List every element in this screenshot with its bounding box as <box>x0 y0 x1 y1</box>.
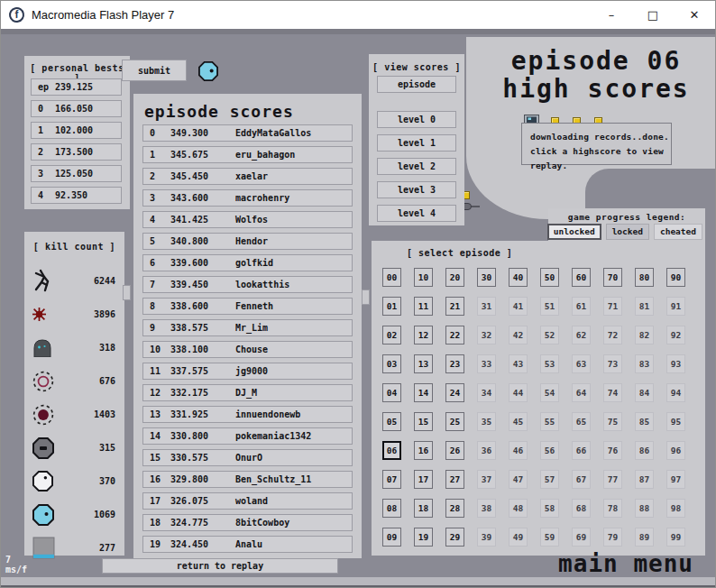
highscore-row[interactable]: 2345.450xaelar <box>142 168 353 185</box>
episode-cell-62[interactable]: 62 <box>572 326 591 345</box>
episode-cell-43[interactable]: 43 <box>509 354 528 373</box>
episode-cell-02[interactable]: 02 <box>382 326 401 345</box>
episode-cell-23[interactable]: 23 <box>445 354 464 373</box>
episode-cell-94[interactable]: 94 <box>666 383 685 402</box>
episode-cell-12[interactable]: 12 <box>414 326 433 345</box>
episode-cell-67[interactable]: 67 <box>572 470 591 489</box>
highscore-row[interactable]: 3343.600macrohenry <box>142 189 353 207</box>
minimize-button[interactable]: – <box>591 1 632 29</box>
view-scores-button-level-4[interactable]: level 4 <box>377 205 456 222</box>
episode-cell-19[interactable]: 19 <box>414 528 433 547</box>
episode-cell-86[interactable]: 86 <box>635 441 654 460</box>
episode-cell-26[interactable]: 26 <box>445 441 464 460</box>
episode-cell-69[interactable]: 69 <box>572 528 591 547</box>
submit-button[interactable]: submit <box>122 60 187 81</box>
episode-cell-18[interactable]: 18 <box>414 499 433 518</box>
episode-cell-74[interactable]: 74 <box>603 383 622 402</box>
episode-cell-97[interactable]: 97 <box>666 470 685 489</box>
highscore-row[interactable]: 11337.575jg9000 <box>142 363 353 380</box>
highscore-row[interactable]: 14330.800pokemaniac1342 <box>142 427 353 445</box>
episode-cell-42[interactable]: 42 <box>509 326 528 345</box>
episode-cell-84[interactable]: 84 <box>635 383 654 402</box>
episode-cell-25[interactable]: 25 <box>445 412 464 431</box>
episode-cell-39[interactable]: 39 <box>477 528 496 547</box>
episode-cell-55[interactable]: 55 <box>540 412 559 431</box>
view-scores-button-episode[interactable]: episode <box>377 76 456 93</box>
episode-cell-60[interactable]: 60 <box>572 268 591 287</box>
episode-cell-95[interactable]: 95 <box>666 412 685 431</box>
highscore-row[interactable]: 19324.450Analu <box>142 536 353 553</box>
main-menu-button[interactable]: main menu <box>488 550 693 577</box>
episode-cell-45[interactable]: 45 <box>509 412 528 431</box>
return-to-replay-button[interactable]: return to replay <box>102 558 338 574</box>
episode-cell-06[interactable]: 06 <box>382 441 401 460</box>
highscore-row[interactable]: 15330.575OnurO <box>142 449 353 466</box>
episode-cell-92[interactable]: 92 <box>666 326 685 345</box>
close-button[interactable]: ✕ <box>674 1 715 29</box>
episode-cell-13[interactable]: 13 <box>414 354 433 373</box>
episode-cell-93[interactable]: 93 <box>666 354 685 373</box>
highscore-row[interactable]: 18324.7758bitCowboy <box>142 514 353 531</box>
episode-cell-75[interactable]: 75 <box>603 412 622 431</box>
episode-cell-21[interactable]: 21 <box>445 297 464 316</box>
view-scores-button-level-3[interactable]: level 3 <box>377 181 456 198</box>
episode-cell-99[interactable]: 99 <box>666 528 685 547</box>
episode-cell-30[interactable]: 30 <box>477 268 496 287</box>
highscore-row[interactable]: 6339.600golfkid <box>142 254 353 271</box>
episode-cell-66[interactable]: 66 <box>572 441 591 460</box>
episode-cell-22[interactable]: 22 <box>445 326 464 345</box>
highscore-row[interactable]: 17326.075woland <box>142 492 353 510</box>
highscore-row[interactable]: 4341.425Wolfos <box>142 211 353 228</box>
episode-cell-28[interactable]: 28 <box>445 499 464 518</box>
episode-cell-08[interactable]: 08 <box>382 499 401 518</box>
episode-cell-16[interactable]: 16 <box>414 441 433 460</box>
episode-cell-50[interactable]: 50 <box>540 268 559 287</box>
episode-cell-90[interactable]: 90 <box>666 268 685 287</box>
highscore-row[interactable]: 10338.100Chouse <box>142 341 353 358</box>
episode-cell-68[interactable]: 68 <box>572 499 591 518</box>
highscore-row[interactable]: 9338.575Mr_Lim <box>142 319 353 336</box>
episode-cell-78[interactable]: 78 <box>603 499 622 518</box>
episode-cell-44[interactable]: 44 <box>509 383 528 402</box>
episode-cell-81[interactable]: 81 <box>635 297 654 316</box>
episode-cell-52[interactable]: 52 <box>540 326 559 345</box>
episode-cell-31[interactable]: 31 <box>477 297 496 316</box>
episode-cell-09[interactable]: 09 <box>382 528 401 547</box>
episode-cell-70[interactable]: 70 <box>603 268 622 287</box>
episode-cell-85[interactable]: 85 <box>635 412 654 431</box>
episode-cell-73[interactable]: 73 <box>603 354 622 373</box>
view-scores-button-level-1[interactable]: level 1 <box>377 134 456 152</box>
episode-cell-64[interactable]: 64 <box>572 383 591 402</box>
episode-cell-91[interactable]: 91 <box>666 297 685 316</box>
episode-cell-24[interactable]: 24 <box>445 383 464 402</box>
highscore-row[interactable]: 12332.175DJ_M <box>142 384 353 401</box>
highscore-row[interactable]: 1345.675eru_bahagon <box>142 146 353 163</box>
episode-cell-76[interactable]: 76 <box>603 441 622 460</box>
episode-cell-34[interactable]: 34 <box>477 383 496 402</box>
episode-cell-05[interactable]: 05 <box>382 412 401 431</box>
episode-cell-00[interactable]: 00 <box>382 268 401 287</box>
episode-cell-61[interactable]: 61 <box>572 297 591 316</box>
episode-cell-58[interactable]: 58 <box>540 499 559 518</box>
episode-cell-32[interactable]: 32 <box>477 326 496 345</box>
episode-cell-33[interactable]: 33 <box>477 354 496 373</box>
episode-cell-80[interactable]: 80 <box>635 268 654 287</box>
episode-cell-98[interactable]: 98 <box>666 499 685 518</box>
episode-cell-41[interactable]: 41 <box>509 297 528 316</box>
episode-cell-46[interactable]: 46 <box>509 441 528 460</box>
episode-cell-40[interactable]: 40 <box>509 268 528 287</box>
maximize-button[interactable]: □ <box>632 1 674 29</box>
episode-cell-10[interactable]: 10 <box>414 268 433 287</box>
episode-cell-96[interactable]: 96 <box>666 441 685 460</box>
episode-cell-35[interactable]: 35 <box>477 412 496 431</box>
episode-cell-79[interactable]: 79 <box>603 528 622 547</box>
episode-cell-04[interactable]: 04 <box>382 383 401 402</box>
highscore-row[interactable]: 16329.800Ben_Schultz_11 <box>142 471 353 488</box>
highscore-row[interactable]: 8338.600Fenneth <box>142 298 353 315</box>
highscore-row[interactable]: 13331.925innuendonewb <box>142 406 353 423</box>
episode-cell-59[interactable]: 59 <box>540 528 559 547</box>
episode-cell-89[interactable]: 89 <box>635 528 654 547</box>
episode-cell-49[interactable]: 49 <box>509 528 528 547</box>
episode-cell-72[interactable]: 72 <box>603 326 622 345</box>
episode-cell-83[interactable]: 83 <box>635 354 654 373</box>
